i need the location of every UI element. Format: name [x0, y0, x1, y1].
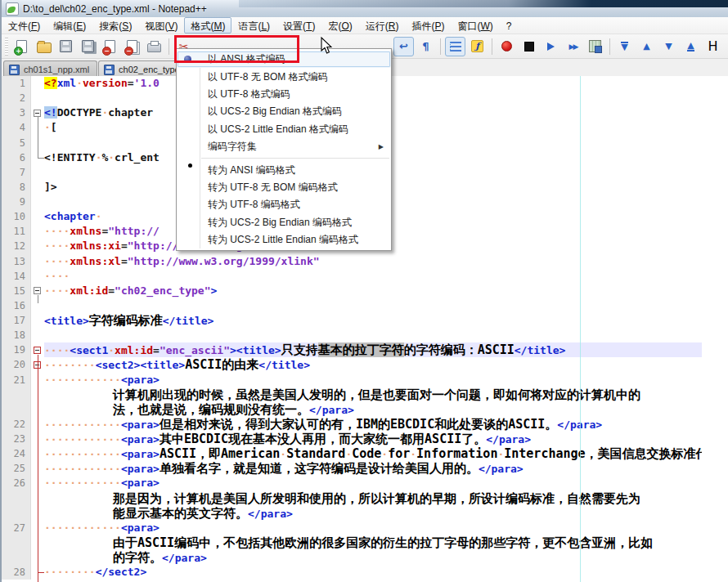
code-line[interactable]: 由于ASCII编码中，不包括其他欧洲的很多国家的衍生的拉丁字母的那些字符，更不包…: [44, 535, 702, 550]
line-number[interactable]: 23: [2, 432, 31, 446]
line-number[interactable]: 2: [2, 91, 31, 105]
code-line[interactable]: <title>字符编码标准</title>: [44, 313, 702, 328]
code-line[interactable]: ····xmlns:xl="http://www.w3.org/1999/xli…: [44, 254, 702, 269]
line-number[interactable]: 7: [2, 165, 31, 180]
line-number[interactable]: 14: [2, 269, 31, 284]
line-number[interactable]: 28: [2, 565, 31, 580]
line-number[interactable]: 3: [2, 105, 31, 120]
line-number[interactable]: [2, 387, 31, 402]
fold-collapse-marker[interactable]: [34, 287, 41, 294]
line-number[interactable]: 6: [2, 150, 31, 165]
menubar-item-s[interactable]: 搜索(S): [92, 17, 138, 34]
indent-guide-icon[interactable]: [445, 37, 465, 56]
code-line[interactable]: ············<para>: [44, 476, 702, 490]
fold-margin[interactable]: [31, 239, 44, 253]
line-number[interactable]: 18: [2, 328, 31, 342]
code-line[interactable]: 计算机刚出现的时候，虽然是美国人发明的，但是也要面对一个问题，即如何将对应的计算…: [44, 387, 702, 402]
open-file-icon[interactable]: [34, 37, 54, 56]
menu-item-转为-utf-8-编码格式[interactable]: 转为 UTF-8 编码格式: [177, 196, 391, 213]
record-macro-icon[interactable]: [497, 37, 517, 56]
stop-recording-icon[interactable]: [519, 37, 539, 56]
close-all-icon[interactable]: −: [122, 37, 142, 56]
function-completion-icon[interactable]: ƒ: [467, 37, 488, 56]
menubar-item-p[interactable]: 插件(P): [405, 17, 451, 34]
line-number[interactable]: 22: [2, 417, 31, 432]
line-number[interactable]: 17: [2, 313, 31, 328]
line-number[interactable]: 12: [2, 239, 31, 253]
line-number[interactable]: 8: [2, 180, 31, 195]
line-number[interactable]: 5: [2, 136, 31, 150]
fold-margin[interactable]: [31, 224, 44, 239]
menu-item-以-ucs-2-big-endian-格式编码[interactable]: 以 UCS-2 Big Endian 格式编码: [177, 103, 391, 120]
nav-next-icon[interactable]: ▼: [658, 37, 679, 56]
code-line[interactable]: [44, 328, 702, 342]
menu-item-转为-ucs-2-little-endian-编码格式[interactable]: 转为 UCS-2 Little Endian 编码格式: [177, 231, 391, 248]
menu-item-转为-ucs-2-big-endian-编码格式[interactable]: 转为 UCS-2 Big Endian 编码格式: [177, 214, 391, 231]
menu-item-以-ucs-2-little-endian-格式编码[interactable]: 以 UCS-2 Little Endian 格式编码: [177, 121, 391, 138]
code-line[interactable]: ········</sect2>: [44, 565, 702, 580]
code-line[interactable]: ········<sect2><title>ASCII的由来</title>: [44, 357, 702, 372]
code-line[interactable]: 的字符。</para>: [44, 550, 702, 565]
menubar-item-[interactable]: ?: [500, 17, 519, 34]
fold-margin[interactable]: [31, 209, 44, 224]
fold-margin[interactable]: [31, 313, 44, 328]
line-number[interactable]: 10: [2, 209, 31, 224]
menu-item-转为-utf-8-无-bom-编码格式[interactable]: 转为 UTF-8 无 BOM 编码格式: [177, 179, 391, 196]
line-number[interactable]: 9: [2, 195, 31, 209]
word-wrap-icon[interactable]: ↩: [393, 37, 414, 56]
line-number[interactable]: [2, 491, 31, 506]
fold-collapse-marker[interactable]: [34, 347, 41, 354]
line-number[interactable]: [2, 550, 31, 565]
close-file-icon[interactable]: −: [100, 37, 120, 56]
fold-margin[interactable]: [31, 165, 44, 180]
view-in-html-icon[interactable]: H: [703, 37, 723, 56]
line-number[interactable]: 21: [2, 373, 31, 387]
run-macro-multiple-times-icon[interactable]: ▶▶: [563, 37, 583, 56]
line-number[interactable]: 26: [2, 476, 31, 490]
fold-margin[interactable]: [31, 91, 44, 105]
nav-last-icon[interactable]: ▲: [681, 37, 701, 56]
code-line[interactable]: ············<para>单独看名字，就是知道，这字符编码是设计给美国…: [44, 461, 702, 476]
code-line[interactable]: 能显示基本的英文字符。</para>: [44, 506, 702, 521]
print-icon[interactable]: [144, 37, 164, 56]
line-number[interactable]: 24: [2, 446, 31, 461]
line-number[interactable]: 1: [2, 76, 31, 91]
save-macro-icon[interactable]: [585, 37, 605, 56]
save-icon[interactable]: [56, 37, 76, 56]
line-number[interactable]: 11: [2, 224, 31, 239]
code-line[interactable]: [44, 298, 702, 313]
fold-margin[interactable]: [31, 269, 44, 284]
code-line[interactable]: ····xml:id="ch02_enc_type">: [44, 284, 702, 298]
menu-item-编码字符集[interactable]: 编码字符集▶: [177, 138, 391, 155]
fold-margin[interactable]: [31, 195, 44, 209]
new-file-icon[interactable]: +: [11, 37, 32, 56]
menu-item-以-utf-8-无-bom-格式编码[interactable]: 以 UTF-8 无 BOM 格式编码: [177, 68, 391, 85]
fold-margin[interactable]: [31, 180, 44, 195]
line-number[interactable]: 15: [2, 284, 31, 298]
menubar-item-v[interactable]: 视图(V): [138, 17, 184, 34]
line-number[interactable]: 27: [2, 521, 31, 535]
menubar-item-m[interactable]: 格式(M): [184, 17, 231, 34]
line-number[interactable]: 25: [2, 461, 31, 476]
menubar-item-l[interactable]: 语言(L): [231, 17, 276, 34]
line-number[interactable]: [2, 506, 31, 521]
show-all-characters-icon[interactable]: ¶: [416, 37, 436, 56]
nav-previous-icon[interactable]: ▲: [636, 37, 657, 56]
save-all-icon[interactable]: [78, 37, 98, 56]
line-number[interactable]: 20: [2, 357, 31, 372]
menubar-item-o[interactable]: 宏(O): [321, 17, 358, 34]
line-number[interactable]: 4: [2, 120, 31, 135]
menu-item-转为-ansi-编码格式[interactable]: 转为 ANSI 编码格式: [177, 161, 391, 178]
menubar-item-w[interactable]: 窗口(W): [451, 17, 499, 34]
line-number[interactable]: 19: [2, 342, 31, 357]
code-line[interactable]: ············<para>: [44, 521, 702, 535]
code-line[interactable]: ····: [44, 269, 702, 284]
code-line[interactable]: ············<para>其中EBCDIC现在基本没人再用，而大家统一…: [44, 432, 702, 446]
line-number[interactable]: [2, 402, 31, 417]
nav-first-icon[interactable]: ▼: [614, 37, 635, 56]
code-line[interactable]: ············<para>ASCII，即American·Standa…: [44, 446, 702, 461]
fold-margin[interactable]: [31, 328, 44, 342]
menu-item-以-utf-8-格式编码[interactable]: 以 UTF-8 格式编码: [177, 86, 391, 103]
load-session-icon[interactable]: [725, 37, 728, 56]
fold-margin[interactable]: [31, 254, 44, 269]
